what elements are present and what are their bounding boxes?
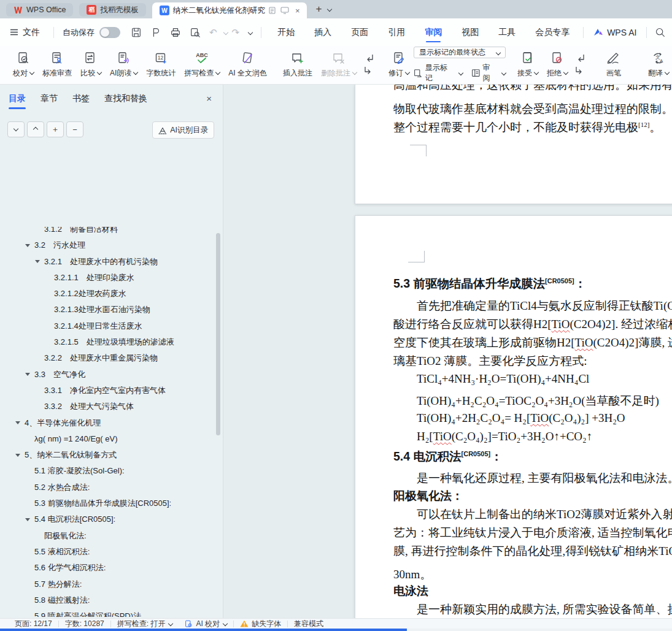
ink-brush-button[interactable]: 画笔 xyxy=(595,47,632,83)
next-change-icon[interactable] xyxy=(575,67,585,75)
menu-item-2[interactable]: 页面 xyxy=(341,18,378,46)
translate-button[interactable]: 文A 翻译 xyxy=(639,47,672,83)
toc-item[interactable]: 3.3.2 处理大气污染气体 xyxy=(0,399,218,415)
new-tab-button[interactable]: + xyxy=(315,3,322,15)
show-marks-button[interactable]: 显示标记 xyxy=(414,63,463,83)
word-count-button[interactable]: 12 字数统计 xyxy=(142,47,180,83)
ai-read-button[interactable]: AI朗读 xyxy=(106,47,142,83)
menu-item-5[interactable]: 视图 xyxy=(452,18,489,46)
accept-button[interactable]: 接受 xyxy=(513,47,543,83)
toc-item[interactable]: 5、纳米二氧化钛制备方式 xyxy=(0,447,218,463)
ai-recognize-toc-button[interactable]: AI识别目录 xyxy=(152,121,214,139)
toc-item[interactable]: 3.2.1.1 处理印染废水 xyxy=(0,270,218,286)
toc-item[interactable]: 3.3 空气净化 xyxy=(0,367,218,383)
tab-list-chevron-icon[interactable] xyxy=(327,7,332,12)
document-canvas[interactable]: 高温和高压处理，这依赖于基底材料的选用。如果用有机聚合物取代玻璃作基底材料就会受… xyxy=(224,85,672,618)
toc-item[interactable]: 5.4 电沉积法[CR0505]: xyxy=(0,511,218,527)
toc-item[interactable]: 5.2 水热合成法: xyxy=(0,480,218,495)
marks-state-select[interactable]: 显示标记的最终状态 xyxy=(414,47,506,58)
wps-ai-button[interactable]: WPS AI xyxy=(587,18,643,46)
ai-polish-button[interactable]: AI 全文润色 xyxy=(224,47,271,83)
word-count-indicator[interactable]: 字数: 10287 xyxy=(59,619,110,629)
toc-collapse-caret-icon[interactable] xyxy=(35,260,40,263)
toc-next-button[interactable] xyxy=(7,121,25,137)
toc-item[interactable]: 3.2.1 处理废水中的有机污染物 xyxy=(0,254,218,270)
insert-comment-button[interactable]: 插入批注 xyxy=(279,47,317,83)
spellcheck-indicator[interactable]: 拼写检查: 打开 xyxy=(111,619,179,629)
sidebar-tab-3[interactable]: 查找和替换 xyxy=(104,93,147,109)
toc-item[interactable]: 阳极氧化法: xyxy=(0,528,218,544)
menu-item-6[interactable]: 工具 xyxy=(489,18,525,46)
toc-item[interactable]: 4、半导体光催化机理 xyxy=(0,415,218,431)
tab-wps-home-label: WPS Office xyxy=(26,6,66,14)
autosave-toggle[interactable] xyxy=(99,27,120,38)
search-icon[interactable] xyxy=(655,27,665,37)
reject-button[interactable]: 拒绝 xyxy=(543,47,572,83)
compare-button[interactable]: 比较 xyxy=(76,47,106,83)
tab-docer[interactable]: 稻 找稻壳模板 xyxy=(79,3,146,17)
undo-chevron-icon xyxy=(223,29,228,34)
review-pane-button[interactable]: 审阅 xyxy=(471,63,506,83)
sidebar-tab-2[interactable]: 书签 xyxy=(72,93,90,109)
toc-prev-button[interactable] xyxy=(27,121,44,137)
close-doc-tab-icon[interactable]: × xyxy=(295,6,300,15)
toc-item[interactable]: 5.1 溶胶-凝胶法(Sol-Gel): xyxy=(0,463,218,479)
ink-brush-icon xyxy=(606,52,621,65)
menu-item-1[interactable]: 插入 xyxy=(304,18,341,46)
menu-bar: 文件 自动保存 ↶ ↷ 开始插入页面引用审阅视图工具会员专享 WPS AI xyxy=(0,18,672,46)
sidebar-tab-0[interactable]: 目录 xyxy=(9,93,26,109)
toc-item[interactable]: 5.3 前驱物结晶体升华成膜法[CR0505]: xyxy=(0,495,218,511)
toc-item[interactable]: 3.2.1.5 处理垃圾填埋场的渗滤液 xyxy=(0,334,218,350)
menu-item-4[interactable]: 审阅 xyxy=(415,18,452,46)
sidebar-scrollbar[interactable] xyxy=(216,233,220,435)
toc-item[interactable]: 3.2.1.2处理农药废水 xyxy=(0,286,218,302)
menu-item-7[interactable]: 会员专享 xyxy=(525,18,579,46)
toc-item[interactable]: 3.3.1 净化室内空气室内有害气体 xyxy=(0,383,218,399)
menu-item-3[interactable]: 引用 xyxy=(378,18,415,46)
save-icon[interactable] xyxy=(131,27,142,38)
print-icon[interactable] xyxy=(170,27,181,38)
toc-collapse-caret-icon[interactable] xyxy=(25,244,30,247)
toc-item[interactable]: λg( nm) =1 240/Eg( eV) xyxy=(0,431,218,447)
toc-collapse-caret-icon[interactable] xyxy=(15,421,20,424)
toc-item[interactable]: 3.2.2 处理废水中重金属污染物 xyxy=(0,350,218,366)
document-page-11[interactable]: 高温和高压处理，这依赖于基底材料的选用。如果用有机聚合物取代玻璃作基底材料就会受… xyxy=(355,85,672,204)
toc-item[interactable]: 3.2.1.4处理日常生活废水 xyxy=(0,318,218,334)
tab-wps-home[interactable]: WPS Office xyxy=(6,3,73,17)
toc-item-label: 5、纳米二氧化钛制备方式 xyxy=(25,450,117,459)
print-preview-icon[interactable] xyxy=(190,27,201,38)
document-page-12[interactable]: 5.3 前驱物结晶体升华成膜法[CR0505]：首先把准确定量的TiCl4与氨水… xyxy=(355,215,672,618)
menu-item-0[interactable]: 开始 xyxy=(268,18,304,46)
toc-item[interactable]: 3.2 污水处理 xyxy=(0,237,218,253)
prev-change-icon[interactable] xyxy=(575,55,585,63)
toc-item[interactable]: 5.8 磁控溅射法: xyxy=(0,592,218,608)
toc-item[interactable]: 5.5 液相沉积法: xyxy=(0,544,218,560)
toc-item[interactable]: 5.7 热分解法: xyxy=(0,576,218,592)
redo-chevron-icon[interactable] xyxy=(248,29,253,34)
page-indicator[interactable]: 页面: 12/17 xyxy=(9,619,58,629)
toc-expand-button[interactable]: ＋ xyxy=(47,121,64,137)
spell-check-button[interactable]: ABC 拼写检查 xyxy=(180,47,224,83)
sidebar-close-icon[interactable]: × xyxy=(206,93,212,104)
toc-collapse-caret-icon[interactable] xyxy=(25,518,30,521)
toc-item[interactable]: 5.9 喷射高温分解沉积(SPD)法 xyxy=(0,608,218,617)
toc-item[interactable]: 3.2.1.3处理水面石油污染物 xyxy=(0,302,218,318)
toc-item[interactable]: 3.1.2 制备自洁材料 xyxy=(0,227,218,237)
toc-collapse-caret-icon[interactable] xyxy=(15,454,20,457)
proofread-button[interactable]: 校对 xyxy=(9,47,38,83)
missing-font-warning[interactable]: 缺失字体 xyxy=(234,619,287,629)
track-changes-button[interactable]: 修订 xyxy=(384,47,414,83)
file-menu[interactable]: 文件 xyxy=(0,18,50,46)
export-pdf-icon[interactable] xyxy=(150,27,161,38)
screen-share-icon[interactable] xyxy=(280,7,289,14)
toc-collapse-caret-icon[interactable] xyxy=(25,373,30,376)
standard-review-button[interactable]: 标准审查 xyxy=(38,47,76,83)
menu-items: 开始插入页面引用审阅视图工具会员专享 xyxy=(268,18,579,46)
ai-proof-indicator[interactable]: AI 校对 xyxy=(179,619,233,629)
compat-mode-indicator[interactable]: 兼容模式 xyxy=(288,619,330,629)
sidebar-tab-1[interactable]: 章节 xyxy=(41,93,58,109)
toc-item[interactable]: 5.6 化学气相沉积法: xyxy=(0,560,218,576)
tab-document[interactable]: W 纳米二氧化钛光催化剂研究 × xyxy=(152,2,307,18)
writer-doc-icon: W xyxy=(160,6,169,15)
toc-collapse-button[interactable]: − xyxy=(66,121,83,137)
